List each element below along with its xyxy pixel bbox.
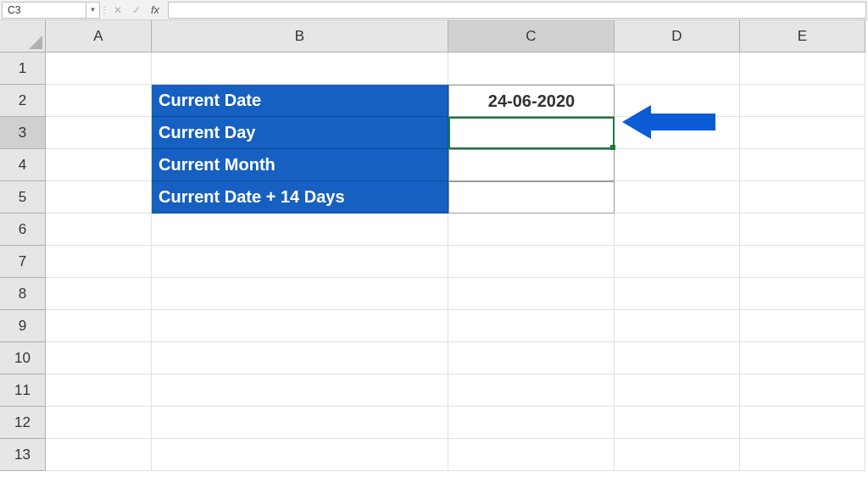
cell-b4[interactable]: Current Month xyxy=(152,149,448,181)
cell-a9[interactable] xyxy=(46,310,152,342)
name-box[interactable]: C3 xyxy=(2,2,86,19)
cell-c7[interactable] xyxy=(448,246,615,278)
cell-e9[interactable] xyxy=(740,310,865,342)
cell-d8[interactable] xyxy=(615,278,740,310)
cell-e10[interactable] xyxy=(740,342,865,374)
arrow-left-icon xyxy=(622,103,715,141)
col-header-b[interactable]: B xyxy=(152,20,448,53)
cell-d13[interactable] xyxy=(615,439,740,471)
row-header-12[interactable]: 12 xyxy=(0,407,46,439)
col-header-e[interactable]: E xyxy=(740,20,865,53)
cell-d10[interactable] xyxy=(615,342,740,374)
cell-d5[interactable] xyxy=(615,181,740,214)
cell-a1[interactable] xyxy=(46,53,152,85)
cell-e3[interactable] xyxy=(740,117,865,149)
cell-a13[interactable] xyxy=(46,439,152,471)
cell-c1[interactable] xyxy=(448,53,615,85)
cell-a12[interactable] xyxy=(46,407,152,439)
cell-b11[interactable] xyxy=(152,374,448,407)
cell-c8[interactable] xyxy=(448,278,615,310)
cell-c12[interactable] xyxy=(448,407,615,439)
cell-b2[interactable]: Current Date xyxy=(152,85,448,117)
cell-b7[interactable] xyxy=(152,246,448,278)
cell-c11[interactable] xyxy=(448,374,615,407)
cell-e8[interactable] xyxy=(740,278,865,310)
col-header-d[interactable]: D xyxy=(615,20,740,53)
cell-e6[interactable] xyxy=(740,214,865,246)
row-header-7[interactable]: 7 xyxy=(0,246,46,278)
cancel-formula-button: ✕ xyxy=(108,2,127,19)
cell-d4[interactable] xyxy=(615,149,740,181)
cell-c5[interactable] xyxy=(448,181,615,214)
cell-c4[interactable] xyxy=(448,149,615,181)
label-date-plus-14: Current Date + 14 Days xyxy=(159,187,345,207)
cell-d6[interactable] xyxy=(615,214,740,246)
fx-icon: fx xyxy=(151,3,159,16)
row-header-11[interactable]: 11 xyxy=(0,374,46,407)
cell-c9[interactable] xyxy=(448,310,615,342)
cell-d7[interactable] xyxy=(615,246,740,278)
cell-d9[interactable] xyxy=(615,310,740,342)
cell-b10[interactable] xyxy=(152,342,448,374)
divider-handle[interactable]: ⋮ xyxy=(102,2,107,19)
cell-b12[interactable] xyxy=(152,407,448,439)
cell-a10[interactable] xyxy=(46,342,152,374)
cell-b13[interactable] xyxy=(152,439,448,471)
cell-e12[interactable] xyxy=(740,407,865,439)
cell-c10[interactable] xyxy=(448,342,615,374)
col-header-c[interactable]: C xyxy=(448,20,615,53)
cell-b8[interactable] xyxy=(152,278,448,310)
row-header-4[interactable]: 4 xyxy=(0,149,46,181)
cell-d11[interactable] xyxy=(615,374,740,407)
cell-d1[interactable] xyxy=(615,53,740,85)
row-header-13[interactable]: 13 xyxy=(0,439,46,471)
row-header-8[interactable]: 8 xyxy=(0,278,46,310)
select-all-corner[interactable] xyxy=(0,20,46,53)
row-header-9[interactable]: 9 xyxy=(0,310,46,342)
cell-a6[interactable] xyxy=(46,214,152,246)
check-icon: ✓ xyxy=(132,4,141,16)
cell-b3[interactable]: Current Day xyxy=(152,117,448,149)
formula-input[interactable] xyxy=(168,2,866,19)
confirm-formula-button: ✓ xyxy=(127,2,146,19)
row-header-2[interactable]: 2 xyxy=(0,85,46,117)
cell-b6[interactable] xyxy=(152,214,448,246)
cell-b9[interactable] xyxy=(152,310,448,342)
name-box-value: C3 xyxy=(8,4,20,16)
chevron-down-icon: ▼ xyxy=(90,6,97,14)
svg-marker-0 xyxy=(622,105,715,139)
insert-function-button[interactable]: fx xyxy=(146,2,164,19)
row-header-1[interactable]: 1 xyxy=(0,53,46,85)
cell-e13[interactable] xyxy=(740,439,865,471)
cell-b5[interactable]: Current Date + 14 Days xyxy=(152,181,448,214)
cell-b1[interactable] xyxy=(152,53,448,85)
cell-e5[interactable] xyxy=(740,181,865,214)
cell-d12[interactable] xyxy=(615,407,740,439)
label-current-date: Current Date xyxy=(159,91,261,110)
cell-e2[interactable] xyxy=(740,85,865,117)
name-box-dropdown[interactable]: ▼ xyxy=(86,2,100,19)
col-header-a[interactable]: A xyxy=(46,20,152,53)
row-header-5[interactable]: 5 xyxy=(0,181,46,214)
cell-c3[interactable] xyxy=(448,117,615,149)
cell-a4[interactable] xyxy=(46,149,152,181)
label-current-month: Current Month xyxy=(159,155,275,175)
cell-e7[interactable] xyxy=(740,246,865,278)
cell-e11[interactable] xyxy=(740,374,865,407)
cell-c6[interactable] xyxy=(448,214,615,246)
cell-e1[interactable] xyxy=(740,53,865,85)
row-header-3[interactable]: 3 xyxy=(0,117,46,149)
cell-a3[interactable] xyxy=(46,117,152,149)
spreadsheet-grid: A B C D E 1 2 Current Date 24-06-2020 3 … xyxy=(0,20,868,471)
row-header-10[interactable]: 10 xyxy=(0,342,46,374)
cell-a2[interactable] xyxy=(46,85,152,117)
cell-a11[interactable] xyxy=(46,374,152,407)
row-header-6[interactable]: 6 xyxy=(0,214,46,246)
x-icon: ✕ xyxy=(114,4,122,16)
cell-c13[interactable] xyxy=(448,439,615,471)
cell-a7[interactable] xyxy=(46,246,152,278)
cell-a8[interactable] xyxy=(46,278,152,310)
cell-c2[interactable]: 24-06-2020 xyxy=(448,85,615,117)
cell-a5[interactable] xyxy=(46,181,152,214)
cell-e4[interactable] xyxy=(740,149,865,181)
